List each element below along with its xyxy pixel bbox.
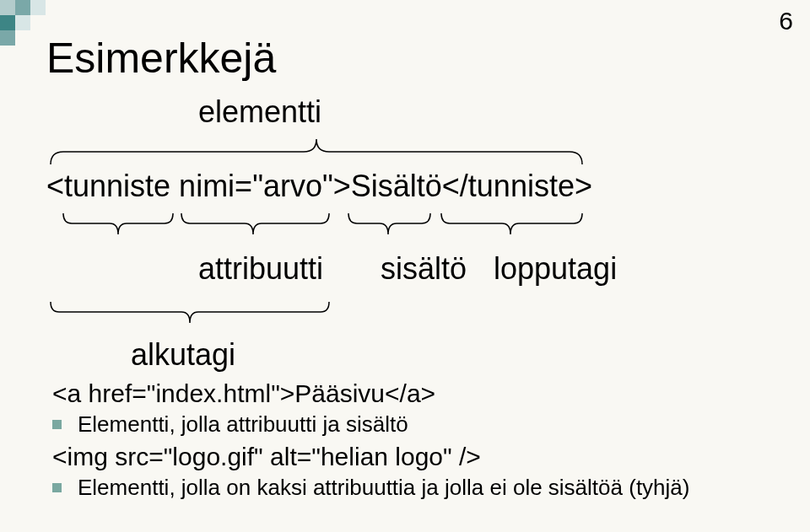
page-title: Esimerkkejä — [46, 34, 276, 83]
corner-decoration — [0, 0, 51, 51]
tag-example-line: <tunniste nimi="arvo">Sisältö</tunniste> — [46, 169, 592, 204]
alkutagi-label: alkutagi — [131, 337, 235, 373]
lopputagi-label: lopputagi — [494, 251, 617, 287]
page-number: 6 — [779, 7, 793, 35]
brace-alkutagi — [46, 299, 333, 329]
brace-row2 — [46, 211, 586, 240]
code-example-1: <a href="index.html">Pääsivu</a> — [52, 379, 770, 408]
attribuutti-label: attribuutti — [198, 251, 323, 287]
content-block: <a href="index.html">Pääsivu</a> Element… — [52, 379, 770, 506]
bullet-2: Elementti, jolla on kaksi attribuuttia j… — [52, 475, 770, 501]
bullet-1: Elementti, jolla attribuutti ja sisältö — [52, 411, 770, 438]
code-example-2: <img src="logo.gif" alt="helian logo" /> — [52, 443, 770, 471]
brace-elementti — [46, 135, 586, 169]
sisalto-label: sisältö — [381, 251, 467, 287]
elementti-label: elementti — [198, 94, 321, 130]
